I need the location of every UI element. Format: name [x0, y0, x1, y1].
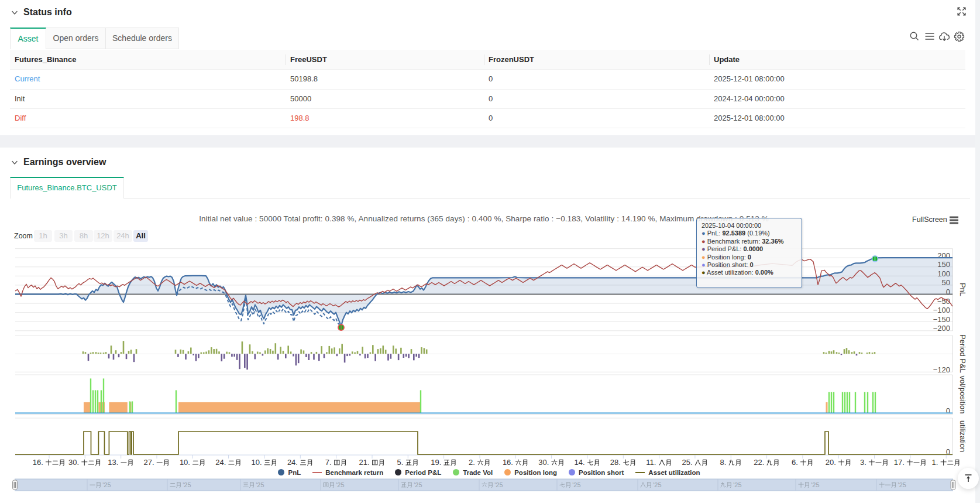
- svg-text:PnL: PnL: [958, 283, 967, 296]
- svg-text:'25: '25: [572, 481, 580, 488]
- svg-text:24.: 24.: [215, 458, 226, 467]
- svg-text:19.: 19.: [431, 458, 441, 467]
- svg-text:5.: 5.: [397, 458, 404, 467]
- svg-text:'25: '25: [653, 481, 661, 488]
- svg-text:'25: '25: [256, 481, 264, 488]
- svg-text:20.: 20.: [826, 458, 836, 467]
- svg-text:'25: '25: [494, 481, 503, 488]
- svg-text:16.: 16.: [503, 458, 513, 467]
- svg-text:0: 0: [946, 406, 950, 415]
- svg-text:28.: 28.: [610, 458, 621, 467]
- svg-text:'25: '25: [102, 481, 111, 488]
- svg-text:−150: −150: [933, 315, 950, 324]
- svg-text:8.: 8.: [720, 458, 727, 467]
- svg-text:16.: 16.: [33, 458, 43, 467]
- svg-text:2.: 2.: [469, 458, 475, 467]
- svg-text:'25: '25: [183, 481, 191, 488]
- svg-text:17.: 17.: [894, 458, 905, 467]
- svg-text:22.: 22.: [754, 458, 764, 467]
- svg-text:6.: 6.: [792, 458, 798, 467]
- svg-text:30.: 30.: [68, 458, 79, 467]
- svg-text:13.: 13.: [108, 458, 118, 467]
- svg-text:Period P&L: Period P&L: [958, 334, 967, 373]
- svg-text:10.: 10.: [252, 458, 262, 467]
- svg-text:10.: 10.: [180, 458, 190, 467]
- svg-text:'25: '25: [414, 481, 422, 488]
- svg-text:3.: 3.: [860, 458, 866, 467]
- svg-text:'25: '25: [733, 481, 741, 488]
- svg-text:vol/position: vol/position: [958, 375, 967, 413]
- svg-text:14.: 14.: [575, 458, 585, 467]
- svg-text:−100: −100: [933, 306, 950, 314]
- svg-text:11.: 11.: [646, 458, 656, 467]
- svg-text:−120: −120: [933, 365, 950, 374]
- svg-text:'25: '25: [811, 481, 819, 488]
- svg-text:25.: 25.: [682, 458, 693, 467]
- svg-text:utilization: utilization: [958, 420, 967, 452]
- svg-text:−200: −200: [933, 324, 950, 333]
- svg-text:'25: '25: [898, 481, 906, 488]
- svg-text:21.: 21.: [359, 458, 370, 467]
- svg-text:7.: 7.: [325, 458, 332, 467]
- svg-text:24.: 24.: [287, 458, 298, 467]
- svg-text:27.: 27.: [144, 458, 154, 467]
- svg-text:'25: '25: [336, 481, 344, 488]
- svg-text:1.: 1.: [932, 458, 938, 467]
- svg-text:30.: 30.: [538, 458, 549, 467]
